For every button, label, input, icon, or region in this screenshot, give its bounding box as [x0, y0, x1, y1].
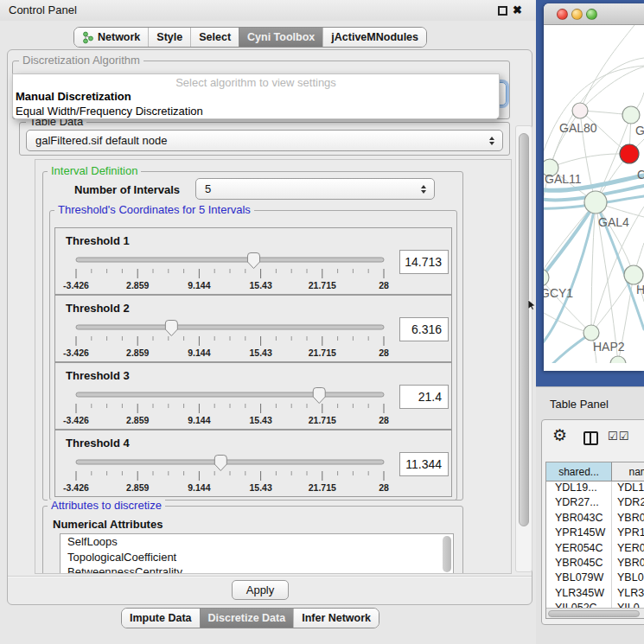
cell-shared-name[interactable]: YER054C — [546, 542, 612, 557]
tick-label: 28 — [379, 415, 389, 425]
cell-shared-name[interactable]: YDR27... — [546, 496, 612, 511]
numerical-attributes-label: Numerical Attributes — [53, 518, 163, 531]
settings-scroll-viewport: Interval Definition Number of Intervals … — [35, 159, 512, 574]
cell-shared-name[interactable]: YIL052C — [546, 602, 612, 608]
cell-name[interactable]: YIL0 — [612, 602, 644, 608]
threshold-value-field[interactable]: 11.344 — [399, 452, 449, 476]
network-window-titlebar[interactable] — [544, 3, 644, 25]
table-row[interactable]: YBR043CYBR0 — [546, 512, 644, 526]
table-hscrollbar[interactable] — [546, 608, 644, 618]
dropdown-option-equal-width-frequency-discretization[interactable]: Equal Width/Frequency Discretization — [13, 104, 499, 118]
attributes-group-label: Attributes to discretize — [48, 500, 165, 512]
tab-impute-data[interactable]: Impute Data — [122, 609, 200, 628]
table-row[interactable]: YBL079WYBL0 — [546, 571, 644, 586]
interval-definition-label: Interval Definition — [48, 165, 141, 177]
numerical-attribute-item[interactable]: SelfLoops — [61, 534, 453, 550]
close-icon[interactable]: ✖ — [513, 3, 522, 18]
slider-track[interactable] — [76, 460, 384, 464]
cell-shared-name[interactable]: YBR043C — [546, 512, 612, 526]
cell-name[interactable]: YDR2 — [612, 496, 644, 511]
network-canvas[interactable]: GAL80GCGAL11GAL4GCY1HHAP2 — [544, 25, 644, 363]
threshold-value-field[interactable]: 14.713 — [399, 250, 449, 274]
network-node[interactable] — [610, 356, 626, 363]
cell-shared-name[interactable]: YPR145W — [546, 526, 612, 541]
slider-track[interactable] — [76, 258, 384, 262]
cell-name[interactable]: YLR3 — [612, 587, 644, 602]
threshold-slider[interactable]: -3.4262.8599.14415.4321.71528 — [67, 386, 405, 428]
cell-shared-name[interactable]: YBR045C — [546, 557, 612, 571]
minimize-traffic-light-icon[interactable] — [571, 9, 583, 20]
table-hscrollbar-thumb[interactable] — [548, 610, 640, 617]
table-row[interactable]: YER054CYER0 — [546, 542, 644, 557]
network-node[interactable] — [572, 103, 588, 118]
table-row[interactable]: YBR045CYBR0 — [546, 557, 644, 571]
threshold-label: Threshold 4 — [66, 437, 130, 450]
dropdown-option-manual-discretization[interactable]: Manual Discretization — [13, 89, 499, 104]
cell-shared-name[interactable]: YLR345W — [546, 587, 612, 602]
checked-boxes-icon[interactable]: ☑☑ — [608, 430, 629, 443]
threshold-value-field[interactable]: 6.316 — [399, 317, 449, 341]
network-node[interactable] — [584, 191, 607, 214]
numerical-attribute-item[interactable]: BetweennessCentrality — [61, 564, 453, 574]
threshold-slider[interactable]: -3.4262.8599.14415.4321.71528 — [67, 319, 405, 360]
column-header-shared-name[interactable]: shared... — [546, 462, 612, 481]
tab-jactivemnodules[interactable]: jActiveMNodules — [322, 28, 426, 47]
threshold-label: Threshold 3 — [66, 369, 130, 382]
numerical-attributes-list[interactable]: SelfLoopsTopologicalCoefficientBetweenne… — [60, 533, 454, 574]
cell-name[interactable]: YBR0 — [612, 557, 644, 571]
table-row[interactable]: YDR27...YDR2 — [546, 496, 644, 511]
table-row[interactable]: YLR345WYLR3 — [546, 587, 644, 602]
cell-shared-name[interactable]: YDL19... — [546, 481, 612, 496]
list-scrollbar-thumb[interactable] — [443, 536, 451, 572]
table-rows: YDL19...YDL1YDR27...YDR2YBR043CYBR0YPR14… — [546, 481, 644, 608]
network-node[interactable] — [624, 265, 643, 284]
number-of-intervals-combo[interactable]: 5 — [195, 178, 435, 200]
slider-handle[interactable] — [313, 388, 325, 404]
network-node[interactable] — [583, 325, 599, 341]
table-row[interactable]: YDL19...YDL1 — [546, 481, 644, 496]
tab-cyni-toolbox[interactable]: Cyni Toolbox — [239, 28, 322, 47]
gear-icon[interactable]: ⚙ — [552, 427, 567, 444]
threshold-slider[interactable]: -3.4262.8599.14415.4321.71528 — [67, 252, 405, 293]
tab-label: Select — [199, 28, 231, 47]
network-edge — [580, 25, 634, 111]
close-traffic-light-icon[interactable] — [557, 9, 568, 20]
table-row[interactable]: YPR145WYPR1 — [546, 526, 644, 541]
tick-label: 9.144 — [188, 482, 210, 493]
cell-name[interactable]: YBL0 — [612, 571, 644, 586]
table-data-combo[interactable]: galFiltered.sif default node — [26, 130, 503, 151]
table-row[interactable]: YIL052CYIL0 — [546, 602, 644, 608]
columns-icon[interactable] — [583, 431, 598, 445]
panel-scrollbar[interactable] — [515, 125, 532, 572]
slider-handle[interactable] — [247, 253, 259, 269]
threshold-panel-1: Threshold 1-3.4262.8599.14415.4321.71528… — [54, 227, 452, 295]
numerical-attribute-item[interactable]: TopologicalCoefficient — [61, 550, 453, 565]
threshold-slider[interactable]: -3.4262.8599.14415.4321.71528 — [67, 454, 405, 495]
network-node[interactable] — [622, 106, 640, 124]
tab-infer-network[interactable]: Infer Network — [293, 609, 379, 628]
zoom-traffic-light-icon[interactable] — [586, 9, 597, 20]
slider-track[interactable] — [76, 325, 384, 329]
slider-handle[interactable] — [165, 321, 177, 336]
panel-scrollbar-thumb[interactable] — [519, 133, 529, 526]
tab-select[interactable]: Select — [190, 28, 239, 47]
cell-shared-name[interactable]: YBL079W — [546, 571, 612, 586]
tab-label: Style — [156, 28, 182, 47]
mouse-cursor — [528, 300, 536, 310]
cell-name[interactable]: YPR1 — [612, 526, 644, 541]
cell-name[interactable]: YER0 — [612, 542, 644, 557]
cell-name[interactable]: YDL1 — [612, 481, 644, 496]
tab-discretize-data[interactable]: Discretize Data — [200, 609, 294, 628]
tick-label: 15.43 — [249, 348, 271, 358]
slider-track[interactable] — [76, 392, 384, 397]
network-node[interactable] — [620, 144, 639, 163]
apply-button[interactable]: Apply — [232, 580, 289, 600]
float-window-icon[interactable] — [498, 6, 507, 16]
column-header-name[interactable]: name — [612, 462, 644, 481]
tick-label: -3.426 — [63, 415, 89, 425]
tab-style[interactable]: Style — [148, 28, 190, 47]
cell-name[interactable]: YBR0 — [612, 512, 644, 526]
threshold-value-field[interactable]: 21.4 — [399, 385, 449, 409]
slider-handle[interactable] — [214, 456, 226, 471]
tab-network[interactable]: Network — [74, 28, 148, 47]
